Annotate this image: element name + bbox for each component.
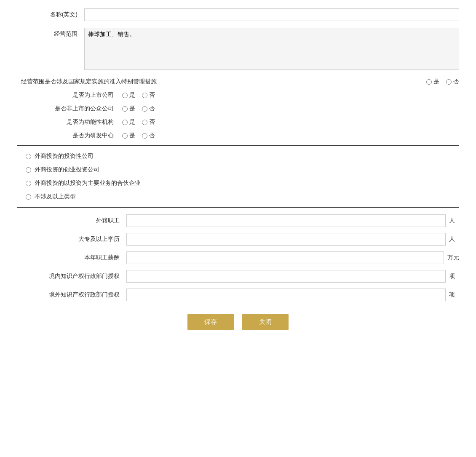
investment-option-3[interactable]: 不涉及以上类型 bbox=[26, 193, 450, 200]
english-name-input[interactable] bbox=[84, 8, 459, 21]
textarea-wrapper bbox=[84, 28, 459, 71]
rd-no[interactable]: 否 bbox=[142, 132, 155, 139]
domestic-ip-label: 境内知识产权行政部门授权 bbox=[17, 273, 126, 280]
investment-label-0: 外商投资的投资性公司 bbox=[35, 152, 94, 160]
functional-no-radio[interactable] bbox=[142, 120, 147, 125]
functional-yes-radio[interactable] bbox=[122, 120, 128, 125]
public-company-row: 是否非上市的公众公司 是 否 bbox=[17, 105, 459, 112]
special-mgmt-radio-group: 是 否 bbox=[426, 78, 459, 86]
form-container: 各称(英文) 经营范围 经营范围是否涉及国家规定实施的准入特别管理措施 是 否 bbox=[17, 8, 459, 339]
functional-yes-label: 是 bbox=[129, 118, 135, 126]
public-yes-label: 是 bbox=[129, 105, 135, 112]
rd-center-row: 是否为研发中心 是 否 bbox=[17, 132, 459, 139]
domestic-ip-input[interactable] bbox=[126, 270, 446, 283]
functional-no[interactable]: 否 bbox=[142, 118, 155, 126]
foreign-ip-unit: 项 bbox=[446, 291, 459, 299]
rd-yes[interactable]: 是 bbox=[122, 132, 135, 139]
rd-center-label: 是否为研发中心 bbox=[21, 132, 122, 139]
listed-yes-label: 是 bbox=[129, 91, 135, 99]
special-mgmt-yes[interactable]: 是 bbox=[426, 78, 439, 86]
functional-org-radio-group: 是 否 bbox=[122, 118, 155, 126]
rd-yes-radio[interactable] bbox=[122, 133, 128, 139]
investment-type-box: 外商投资的投资性公司 外商投资的创业投资公司 外商投资的以投资为主要业务的合伙企… bbox=[17, 145, 459, 208]
listed-company-label: 是否为上市公司 bbox=[21, 91, 122, 99]
investment-radio-0[interactable] bbox=[26, 154, 31, 159]
foreign-ip-input[interactable] bbox=[126, 289, 446, 301]
button-row: 保存 关闭 bbox=[17, 314, 459, 339]
domestic-ip-row: 境内知识产权行政部门授权 项 bbox=[17, 270, 459, 283]
investment-label-1: 外商投资的创业投资公司 bbox=[35, 166, 99, 174]
save-button[interactable]: 保存 bbox=[187, 314, 234, 330]
public-no[interactable]: 否 bbox=[142, 105, 155, 112]
listed-no-label: 否 bbox=[149, 91, 155, 99]
public-no-radio[interactable] bbox=[142, 106, 147, 112]
foreign-employees-input[interactable] bbox=[126, 214, 446, 227]
special-mgmt-yes-radio[interactable] bbox=[426, 79, 432, 85]
annual-salary-unit: 万元 bbox=[444, 254, 459, 262]
investment-radio-2[interactable] bbox=[26, 181, 31, 186]
listed-yes[interactable]: 是 bbox=[122, 91, 135, 99]
listed-no[interactable]: 否 bbox=[142, 91, 155, 99]
listed-company-radio-group: 是 否 bbox=[122, 91, 155, 99]
annual-salary-input[interactable] bbox=[126, 251, 444, 264]
college-edu-input[interactable] bbox=[126, 233, 446, 246]
public-company-label: 是否非上市的公众公司 bbox=[21, 105, 122, 112]
investment-label-3: 不涉及以上类型 bbox=[35, 193, 76, 200]
special-mgmt-row: 经营范围是否涉及国家规定实施的准入特别管理措施 是 否 bbox=[17, 78, 459, 86]
functional-no-label: 否 bbox=[149, 118, 155, 126]
investment-option-0[interactable]: 外商投资的投资性公司 bbox=[26, 152, 450, 160]
rd-center-radio-group: 是 否 bbox=[122, 132, 155, 139]
investment-radio-1[interactable] bbox=[26, 167, 31, 173]
foreign-ip-row: 境外知识产权行政部门授权 项 bbox=[17, 289, 459, 301]
foreign-employees-unit: 人 bbox=[446, 217, 459, 224]
english-name-control bbox=[84, 8, 459, 21]
special-mgmt-no-radio[interactable] bbox=[446, 79, 452, 85]
investment-radio-3[interactable] bbox=[26, 194, 31, 200]
business-scope-row: 经营范围 bbox=[17, 28, 459, 71]
college-edu-label: 大专及以上学历 bbox=[17, 235, 126, 243]
english-name-label: 各称(英文) bbox=[17, 8, 84, 19]
business-scope-control bbox=[84, 28, 459, 71]
investment-option-2[interactable]: 外商投资的以投资为主要业务的合伙企业 bbox=[26, 179, 450, 187]
special-mgmt-yes-label: 是 bbox=[433, 78, 439, 86]
english-name-row: 各称(英文) bbox=[17, 8, 459, 21]
special-mgmt-no[interactable]: 否 bbox=[446, 78, 459, 86]
investment-label-2: 外商投资的以投资为主要业务的合伙企业 bbox=[35, 179, 141, 187]
business-scope-textarea[interactable] bbox=[84, 28, 459, 70]
annual-salary-label: 本年职工薪酬 bbox=[17, 254, 126, 262]
special-mgmt-no-label: 否 bbox=[453, 78, 459, 86]
rd-no-radio[interactable] bbox=[142, 133, 147, 139]
rd-yes-label: 是 bbox=[129, 132, 135, 139]
public-yes-radio[interactable] bbox=[122, 106, 128, 112]
investment-option-1[interactable]: 外商投资的创业投资公司 bbox=[26, 166, 450, 174]
functional-yes[interactable]: 是 bbox=[122, 118, 135, 126]
rd-no-label: 否 bbox=[149, 132, 155, 139]
annual-salary-row: 本年职工薪酬 万元 bbox=[17, 251, 459, 264]
listed-no-radio[interactable] bbox=[142, 93, 147, 98]
domestic-ip-unit: 项 bbox=[446, 273, 459, 280]
listed-company-row: 是否为上市公司 是 否 bbox=[17, 91, 459, 99]
public-no-label: 否 bbox=[149, 105, 155, 112]
public-company-radio-group: 是 否 bbox=[122, 105, 155, 112]
functional-org-row: 是否为功能性机构 是 否 bbox=[17, 118, 459, 126]
public-yes[interactable]: 是 bbox=[122, 105, 135, 112]
business-scope-label: 经营范围 bbox=[17, 28, 84, 38]
close-button[interactable]: 关闭 bbox=[242, 314, 289, 330]
foreign-ip-label: 境外知识产权行政部门授权 bbox=[17, 291, 126, 299]
special-mgmt-label: 经营范围是否涉及国家规定实施的准入特别管理措施 bbox=[21, 78, 418, 86]
listed-yes-radio[interactable] bbox=[122, 93, 128, 98]
college-edu-row: 大专及以上学历 人 bbox=[17, 233, 459, 246]
foreign-employees-label: 外籍职工 bbox=[17, 217, 126, 224]
foreign-employees-row: 外籍职工 人 bbox=[17, 214, 459, 227]
functional-org-label: 是否为功能性机构 bbox=[21, 118, 122, 126]
college-edu-unit: 人 bbox=[446, 235, 459, 243]
